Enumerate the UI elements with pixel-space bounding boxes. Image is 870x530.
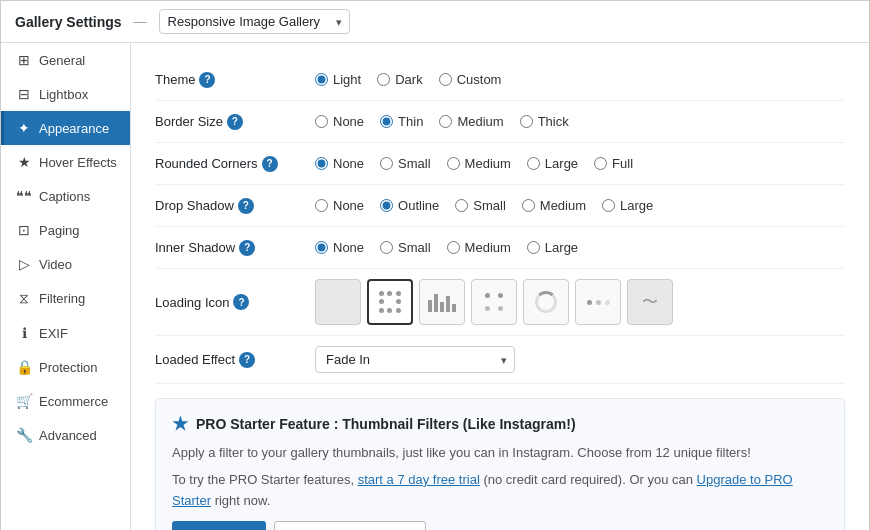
inner-shadow-options: None Small Medium Large: [315, 240, 578, 255]
rounded-corners-full[interactable]: Full: [594, 156, 633, 171]
compare-plans-button[interactable]: Compare PRO Plans: [274, 521, 425, 530]
sidebar-item-hover-effects[interactable]: ★ Hover Effects: [1, 145, 130, 179]
border-size-thick[interactable]: Thick: [520, 114, 569, 129]
loading-icon-bars[interactable]: [419, 279, 465, 325]
pro-banner-buttons: View Demo Compare PRO Plans: [172, 521, 828, 530]
inner-shadow-label: Inner Shadow ?: [155, 240, 315, 256]
rounded-corners-help-icon[interactable]: ?: [262, 156, 278, 172]
inner-shadow-row: Inner Shadow ? None Small Medium Large: [155, 227, 845, 269]
inner-shadow-small[interactable]: Small: [380, 240, 431, 255]
pro-banner: ★ PRO Starter Feature : Thumbnail Filter…: [155, 398, 845, 530]
loaded-effect-row: Loaded Effect ? Fade In Slide Up Zoom In…: [155, 336, 845, 384]
drop-shadow-help-icon[interactable]: ?: [238, 198, 254, 214]
sidebar-item-ecommerce[interactable]: 🛒 Ecommerce: [1, 384, 130, 418]
drop-shadow-options: None Outline Small Medium Large: [315, 198, 653, 213]
sidebar: ⊞ General ⊟ Lightbox ✦ Appearance ★ Hove…: [1, 43, 131, 530]
theme-option-custom[interactable]: Custom: [439, 72, 502, 87]
drop-shadow-small[interactable]: Small: [455, 198, 506, 213]
loaded-effect-selector[interactable]: Fade In Slide Up Zoom In None: [315, 346, 515, 373]
sidebar-label-exif: EXIF: [39, 326, 68, 341]
sidebar-label-lightbox: Lightbox: [39, 87, 88, 102]
app-wrapper: Gallery Settings — Responsive Image Gall…: [0, 0, 870, 530]
loaded-effect-help-icon[interactable]: ?: [239, 352, 255, 368]
loading-icon-dots-scatter[interactable]: [471, 279, 517, 325]
pro-star-icon: ★: [172, 413, 188, 435]
loading-icon-options: 〜: [315, 279, 673, 325]
hover-effects-icon: ★: [16, 154, 32, 170]
drop-shadow-row: Drop Shadow ? None Outline Small Medium: [155, 185, 845, 227]
loading-icon-plain[interactable]: [315, 279, 361, 325]
general-icon: ⊞: [16, 52, 32, 68]
rounded-corners-small[interactable]: Small: [380, 156, 431, 171]
bars-icon: [428, 292, 456, 312]
loading-icon-help-icon[interactable]: ?: [233, 294, 249, 310]
loaded-effect-dropdown[interactable]: Fade In Slide Up Zoom In None: [315, 346, 515, 373]
dots-grid-icon: [379, 291, 401, 313]
border-size-label: Border Size ?: [155, 114, 315, 130]
sidebar-item-protection[interactable]: 🔒 Protection: [1, 350, 130, 384]
circle-icon: [535, 291, 557, 313]
rounded-corners-none[interactable]: None: [315, 156, 364, 171]
drop-shadow-outline[interactable]: Outline: [380, 198, 439, 213]
video-icon: ▷: [16, 256, 32, 272]
sidebar-item-lightbox[interactable]: ⊟ Lightbox: [1, 77, 130, 111]
loading-icon-dots-grid[interactable]: [367, 279, 413, 325]
view-demo-button[interactable]: View Demo: [172, 521, 266, 530]
filtering-icon: ⧖: [16, 290, 32, 307]
sidebar-item-paging[interactable]: ⊡ Paging: [1, 213, 130, 247]
inner-shadow-help-icon[interactable]: ?: [239, 240, 255, 256]
theme-help-icon[interactable]: ?: [199, 72, 215, 88]
sidebar-item-exif[interactable]: ℹ EXIF: [1, 316, 130, 350]
sidebar-item-advanced[interactable]: 🔧 Advanced: [1, 418, 130, 452]
inner-shadow-medium[interactable]: Medium: [447, 240, 511, 255]
sidebar-item-captions[interactable]: ❝❝ Captions: [1, 179, 130, 213]
theme-option-light[interactable]: Light: [315, 72, 361, 87]
inner-shadow-large[interactable]: Large: [527, 240, 578, 255]
lightbox-icon: ⊟: [16, 86, 32, 102]
pro-banner-text1: Apply a filter to your gallery thumbnail…: [172, 443, 828, 464]
drop-shadow-none[interactable]: None: [315, 198, 364, 213]
border-size-help-icon[interactable]: ?: [227, 114, 243, 130]
main-layout: ⊞ General ⊟ Lightbox ✦ Appearance ★ Hove…: [1, 43, 869, 530]
ecommerce-icon: 🛒: [16, 393, 32, 409]
gallery-dropdown[interactable]: Responsive Image Gallery: [159, 9, 350, 34]
loading-icon-dots-line[interactable]: [575, 279, 621, 325]
sidebar-label-video: Video: [39, 257, 72, 272]
squiggle-icon: 〜: [642, 292, 658, 313]
top-bar-dash: —: [134, 14, 147, 29]
inner-shadow-none[interactable]: None: [315, 240, 364, 255]
rounded-corners-medium[interactable]: Medium: [447, 156, 511, 171]
loading-icon-circle[interactable]: [523, 279, 569, 325]
page-title: Gallery Settings: [15, 14, 122, 30]
drop-shadow-label: Drop Shadow ?: [155, 198, 315, 214]
free-trial-link[interactable]: start a 7 day free trial: [358, 472, 480, 487]
border-size-none[interactable]: None: [315, 114, 364, 129]
border-size-medium[interactable]: Medium: [439, 114, 503, 129]
theme-row: Theme ? Light Dark Custom: [155, 59, 845, 101]
drop-shadow-large[interactable]: Large: [602, 198, 653, 213]
loading-icon-squiggle[interactable]: 〜: [627, 279, 673, 325]
rounded-corners-large[interactable]: Large: [527, 156, 578, 171]
protection-icon: 🔒: [16, 359, 32, 375]
top-bar: Gallery Settings — Responsive Image Gall…: [1, 1, 869, 43]
theme-label: Theme ?: [155, 72, 315, 88]
loading-icon-label: Loading Icon ?: [155, 294, 315, 310]
sidebar-item-general[interactable]: ⊞ General: [1, 43, 130, 77]
sidebar-label-paging: Paging: [39, 223, 79, 238]
gallery-selector[interactable]: Responsive Image Gallery: [159, 9, 350, 34]
theme-option-dark[interactable]: Dark: [377, 72, 422, 87]
sidebar-label-general: General: [39, 53, 85, 68]
advanced-icon: 🔧: [16, 427, 32, 443]
rounded-corners-row: Rounded Corners ? None Small Medium Larg…: [155, 143, 845, 185]
sidebar-item-video[interactable]: ▷ Video: [1, 247, 130, 281]
border-size-row: Border Size ? None Thin Medium Thick: [155, 101, 845, 143]
captions-icon: ❝❝: [16, 188, 32, 204]
theme-options: Light Dark Custom: [315, 72, 501, 87]
sidebar-label-ecommerce: Ecommerce: [39, 394, 108, 409]
sidebar-item-appearance[interactable]: ✦ Appearance: [1, 111, 130, 145]
border-size-thin[interactable]: Thin: [380, 114, 423, 129]
sidebar-item-filtering[interactable]: ⧖ Filtering: [1, 281, 130, 316]
sidebar-label-filtering: Filtering: [39, 291, 85, 306]
drop-shadow-medium[interactable]: Medium: [522, 198, 586, 213]
pro-banner-text2: To try the PRO Starter features, start a…: [172, 470, 828, 512]
